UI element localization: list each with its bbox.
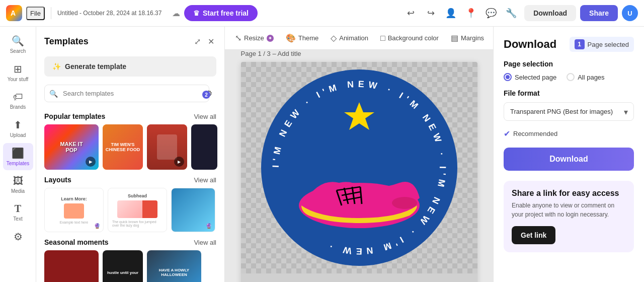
page-label: Page 1 / 3 – Add title (241, 50, 301, 57)
canvas-toolbar: ⤡ Resize ✦ 🎨 Theme ◇ Animation □ Backgro… (225, 27, 493, 50)
share-button[interactable]: Share (580, 5, 618, 21)
close-panel-button[interactable]: ✕ (206, 35, 216, 48)
radio-group: Selected page All pages (504, 73, 634, 81)
layout-photo[interactable]: 🔮 (171, 188, 215, 232)
svg-text:A: A (11, 9, 16, 17)
layouts-view-all[interactable]: View all (194, 176, 216, 184)
canva-logo: A (6, 5, 22, 21)
format-select[interactable]: Transparent PNG (Best for images) JPG PD… (504, 102, 634, 121)
svg-point-2 (261, 69, 457, 266)
resize-badge: ✦ (267, 35, 274, 42)
apps-icon: ⚙ (14, 231, 23, 243)
toolbar-animation[interactable]: ◇ Animation (327, 30, 372, 46)
media-icon: 🖼 (13, 175, 23, 187)
seasonal-template-1[interactable] (44, 250, 99, 282)
canvas-page-wrapper: Page 1 / 3 – Add title I (241, 62, 477, 282)
toolbar-resize[interactable]: ⤡ Resize ✦ (231, 30, 278, 46)
sidebar-item-search[interactable]: 🔍 Search (3, 31, 33, 58)
file-format-title: File format (504, 89, 634, 97)
toolbar-margins[interactable]: ▤ Margins (447, 30, 488, 46)
page-selected-badge: 1 Page selected (570, 37, 634, 52)
popular-section-title: Popular templates (44, 112, 105, 120)
template-portrait[interactable]: ▶ (147, 124, 187, 170)
toolbar-theme[interactable]: 🎨 Theme (282, 30, 323, 46)
template-pop[interactable]: MAKE ITPOP ▶ (44, 124, 99, 170)
redo-button[interactable]: ↪ (422, 4, 440, 22)
sync-icon: ☁ (172, 9, 180, 18)
page-selected-label: Page selected (588, 41, 629, 48)
share-link-title: Share a link for easy access (512, 189, 626, 198)
seasonal-view-all[interactable]: View all (194, 239, 216, 246)
sidebar-item-label: Search (10, 48, 26, 54)
sidebar-item-label: Upload (10, 132, 26, 138)
search-input[interactable] (44, 85, 209, 102)
download-panel: Download 1 Page selected Page selection … (493, 27, 644, 282)
panel-scroll[interactable]: Popular templates View all MAKE ITPOP ▶ … (36, 106, 224, 282)
radio-all-pages[interactable]: All pages (567, 73, 604, 81)
popular-view-all[interactable]: View all (194, 113, 216, 120)
get-link-button[interactable]: Get link (512, 226, 555, 244)
expand-panel-button[interactable]: ⤢ (192, 35, 203, 48)
panel-header-icons: ⤢ ✕ (192, 35, 216, 48)
sidebar-item-label: Your stuff (8, 77, 29, 82)
panel-header: Templates ⤢ ✕ (36, 27, 224, 52)
brand-icon: 🏷 (13, 91, 23, 103)
sidebar-item-brands[interactable]: 🏷 Brands (3, 87, 33, 114)
location-button[interactable]: 📍 (462, 4, 480, 22)
file-menu[interactable]: File (26, 7, 45, 20)
main-area: 🔍 Search ⊞ Your stuff 🏷 Brands ⬆ Upload … (0, 27, 644, 282)
play-icon: ▶ (174, 157, 184, 167)
sidebar-item-label: Text (13, 216, 22, 222)
canvas-scroll[interactable]: Page 1 / 3 – Add title I (225, 50, 493, 282)
radio-selected-page[interactable]: Selected page (504, 73, 556, 81)
template-chinese-food[interactable]: TIM WEN'SCHINESE FOOD (103, 124, 143, 170)
account-button[interactable]: 👤 (442, 4, 460, 22)
margins-icon: ▤ (451, 33, 458, 43)
download-panel-title: Download (504, 38, 556, 51)
search-bar-wrap: 🔍 ⚙ 2 (44, 85, 216, 102)
canvas-page[interactable]: I'M NEW · I'M NEW · I'M NEW · I'M NEW · … (241, 62, 477, 282)
sidebar-item-media[interactable]: 🖼 Media (3, 171, 33, 198)
template-dark[interactable] (191, 124, 217, 170)
layout-learn-more[interactable]: Learn More: Example text here 🔮 (44, 188, 104, 232)
sidebar-item-templates[interactable]: ⬛ Templates (3, 143, 33, 170)
panel-title: Templates (44, 36, 89, 47)
download-action-button[interactable]: Download (504, 148, 634, 171)
search-icon: 🔍 (49, 90, 58, 98)
grid-icon: ⊞ (14, 63, 22, 75)
resize-icon: ⤡ (235, 33, 242, 43)
sidebar-item-your-stuff[interactable]: ⊞ Your stuff (3, 59, 33, 86)
toolbar-background-color[interactable]: □ Background color (376, 31, 443, 46)
layouts-section-title: Layouts (44, 176, 71, 184)
sidebar-item-apps[interactable]: ⚙ (3, 227, 33, 248)
sidebar-item-text[interactable]: T Text (3, 199, 33, 226)
undo-button[interactable]: ↩ (401, 4, 420, 22)
canvas-area: ⤡ Resize ✦ 🎨 Theme ◇ Animation □ Backgro… (225, 27, 493, 282)
seasonal-section-header: Seasonal moments View all (36, 232, 224, 250)
page-selected-number: 1 (575, 39, 585, 49)
popular-section-header: Popular templates View all (36, 106, 224, 124)
recommended-row: ✔ Recommended (504, 129, 634, 138)
comment-button[interactable]: 💬 (482, 4, 500, 22)
download-panel-header: Download 1 Page selected (504, 37, 634, 52)
divider (51, 7, 51, 19)
layout-subhead[interactable]: Subhead The quick brown fox jumped over … (108, 188, 167, 232)
icon-sidebar: 🔍 Search ⊞ Your stuff 🏷 Brands ⬆ Upload … (0, 27, 36, 282)
play-icon: ▶ (86, 157, 96, 167)
text-icon: T (15, 203, 21, 215)
sidebar-item-upload[interactable]: ⬆ Upload (3, 115, 33, 142)
recommended-label: Recommended (513, 130, 557, 137)
download-button[interactable]: Download (524, 5, 576, 21)
seasonal-template-3[interactable]: HAVE A HOWLY HALLOWEEN (147, 250, 201, 282)
sidebar-item-label: Templates (7, 161, 30, 166)
file-format-section: File format Transparent PNG (Best for im… (504, 89, 634, 121)
seasonal-template-2[interactable]: hustle until your (103, 250, 143, 282)
theme-icon: 🎨 (286, 33, 296, 43)
search-icon: 🔍 (12, 35, 24, 47)
check-icon: ✔ (504, 129, 510, 138)
start-trial-button[interactable]: ♛ Start free trial (184, 5, 258, 21)
generate-template-button[interactable]: ✨ Generate template (44, 56, 216, 77)
radio-all-indicator (567, 73, 575, 81)
filter-button[interactable]: ⚙ 2 (205, 89, 212, 98)
tools-button[interactable]: 🔧 (502, 4, 520, 22)
